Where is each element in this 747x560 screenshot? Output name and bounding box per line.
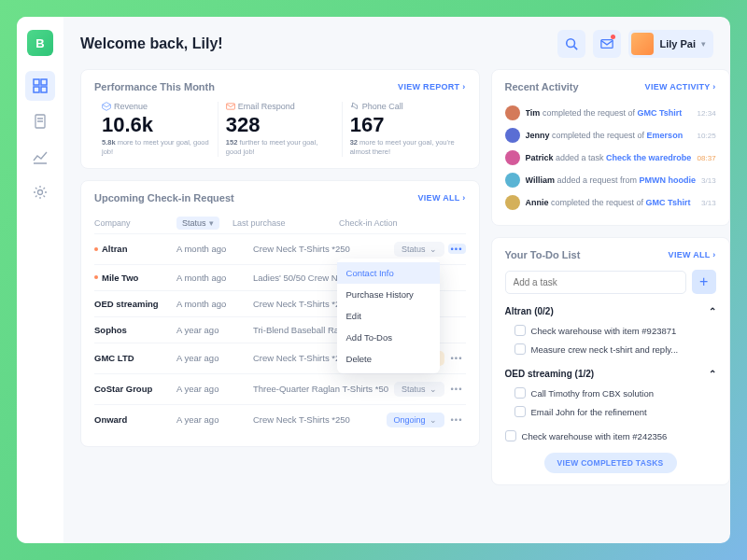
mail-button[interactable]	[593, 30, 621, 58]
svg-rect-1	[41, 79, 47, 85]
avatar	[505, 128, 520, 143]
svg-point-13	[351, 105, 352, 106]
menu-item-add-to-dos[interactable]: Add To-Dos	[337, 327, 440, 348]
stat-email-respond: Email Respond328152 further to meet your…	[218, 102, 343, 157]
row-more-button[interactable]: •••	[448, 384, 466, 394]
chart-icon	[33, 149, 48, 164]
view-activity-link[interactable]: VIEW ACTIVITY	[645, 82, 716, 91]
checkbox[interactable]	[514, 406, 526, 417]
checkbox[interactable]	[514, 343, 526, 355]
nav-analytics[interactable]	[25, 142, 55, 172]
topbar: Welcome back, Lily! Lily Pai ▾	[80, 30, 713, 58]
svg-line-10	[574, 47, 578, 50]
activity-item[interactable]: Patrick added a task Check the waredrobe…	[505, 147, 716, 169]
svg-rect-0	[34, 79, 39, 85]
document-icon	[33, 114, 48, 129]
menu-item-purchase-history[interactable]: Purchase History	[337, 284, 440, 305]
todo-group-toggle[interactable]: OED streaming (1/2)⌃	[505, 364, 716, 384]
todo-item[interactable]: Call Timothy from CBX solution	[505, 384, 716, 402]
avatar	[505, 173, 520, 188]
status-dot-icon	[94, 275, 98, 279]
table-row[interactable]: OnwardA year agoCrew Neck T-Shirts *250O…	[94, 404, 466, 435]
add-task-input[interactable]	[505, 271, 686, 294]
add-task-button[interactable]: +	[692, 270, 716, 294]
svg-rect-3	[41, 87, 47, 92]
avatar	[631, 33, 654, 55]
stat-revenue: Revenue10.6k5.8k more to meet your goal,…	[94, 102, 218, 157]
chevron-up-icon: ⌃	[709, 306, 716, 316]
view-report-link[interactable]: VIEW REPORT	[398, 82, 465, 91]
todo-item[interactable]: Measure crew neck t-shirt and reply...	[505, 340, 716, 358]
row-more-button[interactable]: •••	[448, 353, 466, 363]
todo-item[interactable]: Check warehouse with item #242356	[505, 427, 716, 445]
avatar	[505, 195, 520, 210]
todo-item[interactable]: Check warehouse with item #923871	[505, 321, 716, 340]
status-select[interactable]: Ongoing ⌄	[387, 413, 444, 427]
welcome-heading: Welcome back, Lily!	[80, 35, 223, 52]
activity-item[interactable]: Jenny completed the request of Emerson10…	[505, 124, 716, 147]
checkin-title: Upcoming Check-in Request	[94, 192, 234, 203]
status-select[interactable]: Status ⌄	[394, 382, 444, 397]
view-all-checkin-link[interactable]: VIEW ALL	[418, 193, 466, 203]
status-select[interactable]: Status ⌄	[394, 242, 444, 257]
view-all-todo-link[interactable]: VIEW ALL	[669, 250, 716, 259]
menu-item-contact-info[interactable]: Contact Info	[337, 262, 440, 284]
status-dot-icon	[94, 247, 98, 251]
checkbox[interactable]	[514, 325, 526, 336]
user-name: Lily Pai	[659, 38, 696, 49]
nav-settings[interactable]	[25, 177, 55, 207]
mail-icon	[600, 37, 613, 50]
checkbox[interactable]	[505, 430, 516, 441]
svg-rect-11	[601, 40, 613, 49]
stat-phone-call: Phone Call16732 more to meet your goal, …	[343, 102, 466, 157]
row-more-button[interactable]: •••	[448, 244, 466, 254]
avatar	[505, 105, 520, 120]
activity-card: Recent Activity VIEW ACTIVITY Tim comple…	[491, 69, 730, 226]
svg-rect-12	[226, 104, 234, 109]
todo-group-toggle[interactable]: Altran (0/2)⌃	[505, 301, 716, 321]
app-logo: B	[27, 30, 53, 56]
activity-title: Recent Activity	[505, 81, 579, 92]
view-completed-button[interactable]: VIEW COMPLETED TASKS	[544, 453, 677, 473]
menu-item-delete[interactable]: Delete	[337, 348, 440, 370]
svg-point-9	[567, 39, 575, 48]
gear-icon	[33, 185, 48, 200]
menu-item-edit[interactable]: Edit	[337, 305, 440, 327]
activity-item[interactable]: William added a request from PMWN hoodie…	[505, 169, 716, 191]
checkbox[interactable]	[514, 387, 526, 399]
performance-title: Performance This Month	[94, 81, 215, 92]
table-header: Company Status▾ Last purchase Check-in A…	[94, 213, 466, 233]
avatar	[505, 150, 520, 165]
sidebar: B	[17, 17, 63, 543]
search-button[interactable]	[557, 30, 585, 58]
search-icon	[565, 37, 578, 50]
todo-item[interactable]: Email John for the refinement	[505, 402, 716, 421]
svg-rect-2	[34, 87, 39, 92]
activity-item[interactable]: Annie completed the request of GMC Tshir…	[505, 191, 716, 214]
nav-dashboard[interactable]	[25, 71, 55, 101]
svg-point-8	[38, 190, 43, 195]
checkin-card: Upcoming Check-in Request VIEW ALL Compa…	[80, 180, 480, 447]
activity-item[interactable]: Tim completed the request of GMC Tshirt1…	[505, 102, 716, 124]
user-menu[interactable]: Lily Pai ▾	[628, 30, 713, 58]
performance-card: Performance This Month VIEW REPORT Reven…	[80, 69, 480, 169]
row-context-menu: Contact InfoPurchase HistoryEditAdd To-D…	[337, 259, 440, 373]
todo-card: Your To-Do List VIEW ALL + Altran (0/2)⌃…	[491, 237, 730, 485]
chevron-down-icon: ▾	[701, 39, 706, 49]
grid-icon	[33, 78, 48, 93]
chevron-up-icon: ⌃	[709, 369, 716, 379]
nav-documents[interactable]	[25, 106, 55, 136]
table-row[interactable]: AltranA month agoCrew Neck T-Shirts *250…	[94, 233, 466, 264]
row-more-button[interactable]: •••	[448, 414, 466, 425]
todo-title: Your To-Do List	[505, 249, 581, 260]
status-filter[interactable]: Status▾	[176, 217, 219, 230]
table-row[interactable]: CoStar GroupA year agoThree-Quarter Ragl…	[94, 373, 466, 404]
